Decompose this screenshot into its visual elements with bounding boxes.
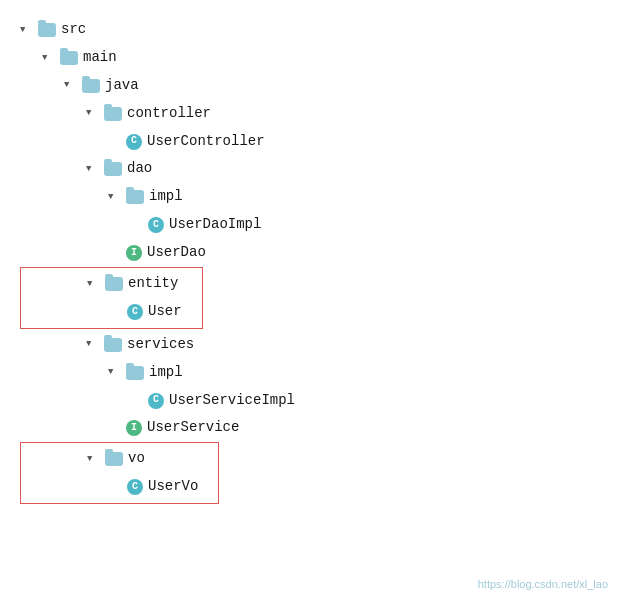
tree-item-impl-services[interactable]: ▼impl <box>108 359 598 387</box>
class-icon: C <box>148 217 164 233</box>
item-label: User <box>148 299 182 325</box>
folder-icon <box>104 162 122 176</box>
watermark: https://blog.csdn.net/xl_lao <box>478 578 608 590</box>
item-label: UserServiceImpl <box>169 388 295 414</box>
item-label: controller <box>127 101 211 127</box>
arrow-icon[interactable]: ▼ <box>87 451 101 468</box>
item-label: vo <box>128 446 145 472</box>
folder-icon <box>104 107 122 121</box>
class-icon: C <box>127 304 143 320</box>
arrow-icon[interactable]: ▼ <box>86 161 100 178</box>
folder-icon <box>105 452 123 466</box>
arrow-icon[interactable]: ▼ <box>86 105 100 122</box>
tree-item-entity[interactable]: ▼entity <box>87 270 182 298</box>
tree-item-UserService[interactable]: IUserService <box>108 414 598 442</box>
tree-item-main[interactable]: ▼main <box>42 44 598 72</box>
arrow-icon[interactable]: ▼ <box>87 276 101 293</box>
folder-icon <box>104 338 122 352</box>
item-label: entity <box>128 271 178 297</box>
item-label: UserController <box>147 129 265 155</box>
arrow-icon[interactable]: ▼ <box>42 50 56 67</box>
item-label: UserDao <box>147 240 206 266</box>
tree-item-UserServiceImpl[interactable]: CUserServiceImpl <box>130 387 598 415</box>
tree-item-UserDao[interactable]: IUserDao <box>108 239 598 267</box>
file-tree: ▼src▼main▼java▼controllerCUserController… <box>20 16 598 506</box>
tree-item-dao[interactable]: ▼dao <box>86 155 598 183</box>
item-label: UserDaoImpl <box>169 212 261 238</box>
arrow-icon[interactable]: ▼ <box>20 22 34 39</box>
folder-icon <box>105 277 123 291</box>
arrow-icon[interactable]: ▼ <box>64 77 78 94</box>
tree-item-services[interactable]: ▼services <box>86 331 598 359</box>
item-label: dao <box>127 156 152 182</box>
item-label: src <box>61 17 86 43</box>
arrow-icon[interactable]: ▼ <box>108 364 122 381</box>
arrow-icon[interactable]: ▼ <box>108 189 122 206</box>
folder-icon <box>38 23 56 37</box>
item-label: services <box>127 332 194 358</box>
tree-item-UserVo[interactable]: CUserVo <box>109 473 198 501</box>
arrow-icon[interactable]: ▼ <box>86 336 100 353</box>
class-icon: C <box>127 479 143 495</box>
class-icon: C <box>148 393 164 409</box>
tree-item-controller[interactable]: ▼controller <box>86 100 598 128</box>
item-label: impl <box>149 360 183 386</box>
tree-item-UserController[interactable]: CUserController <box>108 128 598 156</box>
tree-item-User[interactable]: CUser <box>109 298 182 326</box>
item-label: UserService <box>147 415 239 441</box>
folder-icon <box>126 190 144 204</box>
tree-item-impl-dao[interactable]: ▼impl <box>108 183 598 211</box>
folder-icon <box>82 79 100 93</box>
item-label: java <box>105 73 139 99</box>
tree-item-src[interactable]: ▼src <box>20 16 598 44</box>
interface-icon: I <box>126 420 142 436</box>
folder-icon <box>60 51 78 65</box>
class-icon: C <box>126 134 142 150</box>
item-label: main <box>83 45 117 71</box>
tree-item-UserDaoImpl[interactable]: CUserDaoImpl <box>130 211 598 239</box>
interface-icon: I <box>126 245 142 261</box>
item-label: impl <box>149 184 183 210</box>
folder-icon <box>126 366 144 380</box>
tree-item-java[interactable]: ▼java <box>64 72 598 100</box>
item-label: UserVo <box>148 474 198 500</box>
tree-item-vo[interactable]: ▼vo <box>87 445 198 473</box>
